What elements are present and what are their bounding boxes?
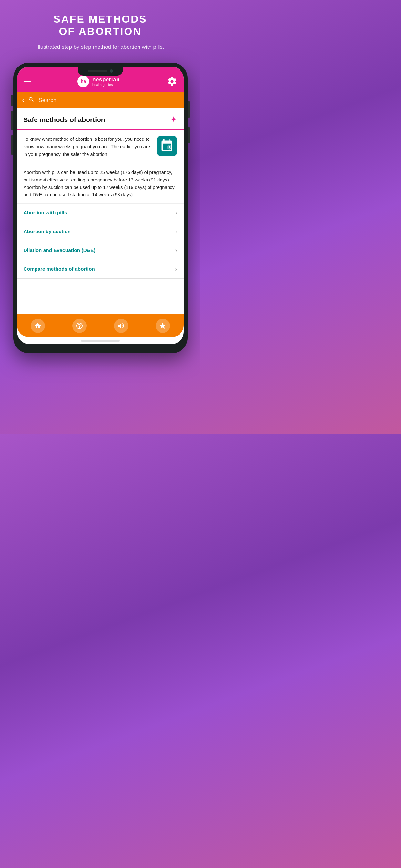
settings-button[interactable] [167, 76, 177, 87]
nav-help[interactable] [72, 318, 87, 334]
menu-item-label-dilation: Dilation and Evacuation (D&E) [24, 247, 96, 253]
menu-item-label-compare: Compare methods of abortion [24, 266, 95, 272]
menu-item-abortion-suction[interactable]: Abortion by suction › [17, 222, 184, 241]
chevron-icon-pills: › [175, 210, 177, 216]
menu-item-compare[interactable]: Compare methods of abortion › [17, 260, 184, 279]
page-title: SAFE METHODS OF ABORTION [53, 13, 147, 38]
hamburger-line-3 [24, 84, 31, 85]
notch-bar [88, 70, 107, 72]
logo[interactable]: ha hesperian health guides [78, 75, 120, 87]
side-button-volume [188, 127, 190, 144]
side-button-silent [11, 95, 12, 106]
hamburger-line-1 [24, 79, 31, 80]
menu-section: Abortion with pills › Abortion by suctio… [17, 204, 184, 279]
nav-favorites[interactable] [155, 318, 171, 334]
menu-item-abortion-pills[interactable]: Abortion with pills › [17, 204, 184, 222]
back-button[interactable]: ‹ [22, 97, 25, 104]
hamburger-line-2 [24, 81, 31, 82]
nav-help-circle [72, 319, 87, 333]
chevron-icon-compare: › [175, 266, 177, 273]
side-button-vol-up [11, 111, 12, 130]
home-indicator [81, 340, 120, 342]
nav-audio-circle [114, 319, 128, 333]
calendar-icon [157, 135, 177, 156]
side-button-vol-down [11, 135, 12, 155]
nav-home-circle [31, 319, 45, 333]
phone-frame: ha hesperian health guides ‹ [13, 63, 188, 353]
menu-item-dilation[interactable]: Dilation and Evacuation (D&E) › [17, 241, 184, 260]
menu-item-label-pills: Abortion with pills [24, 210, 67, 216]
chevron-icon-dilation: › [175, 247, 177, 254]
search-icon [28, 96, 35, 104]
logo-tagline: health guides [92, 83, 120, 87]
bottom-nav [17, 314, 184, 337]
bookmark-icon[interactable]: ✦ [170, 115, 177, 125]
phone-screen: ha hesperian health guides ‹ [17, 66, 184, 344]
paragraph-2-section: Abortion with pills can be used up to 25… [17, 164, 184, 204]
menu-item-label-suction: Abortion by suction [24, 228, 71, 235]
content-area: Safe methods of abortion ✦ To know what … [17, 108, 184, 314]
nav-audio[interactable] [113, 318, 129, 334]
content-title: Safe methods of abortion [24, 116, 105, 124]
nav-home[interactable] [30, 318, 45, 334]
search-input[interactable] [38, 97, 178, 104]
logo-circle: ha [78, 75, 89, 87]
side-button-power [188, 101, 190, 118]
paragraph-1-section: To know what method of abortion is best … [17, 130, 184, 164]
page-subtitle: Illustrated step by step method for abor… [27, 43, 174, 51]
logo-text: hesperian health guides [92, 76, 120, 87]
paragraph-2: Abortion with pills can be used up to 25… [24, 169, 177, 199]
hamburger-menu[interactable] [24, 79, 31, 85]
search-bar: ‹ [17, 92, 184, 108]
notch-camera [110, 69, 113, 73]
logo-name: hesperian [92, 76, 120, 83]
paragraph-1: To know what method of abortion is best … [24, 135, 152, 158]
nav-favorites-circle [156, 319, 170, 333]
content-heading: Safe methods of abortion ✦ [17, 108, 184, 130]
phone-notch [78, 66, 123, 75]
chevron-icon-suction: › [175, 228, 177, 235]
